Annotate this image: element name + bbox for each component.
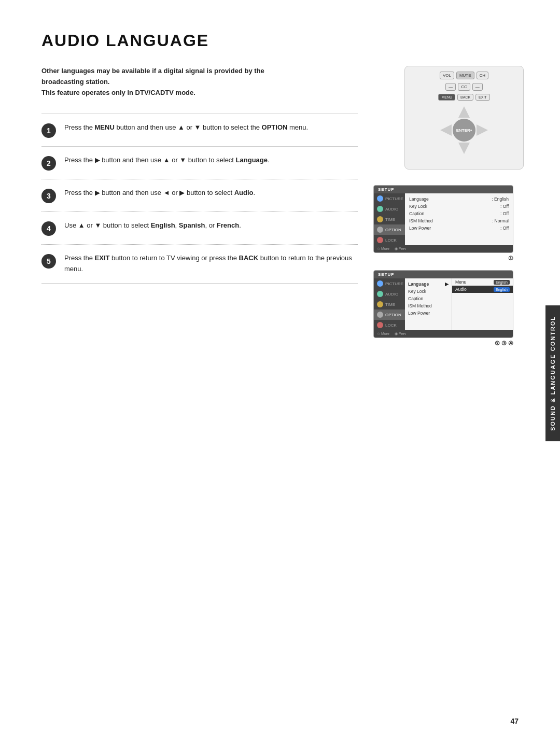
remote-exit-btn[interactable]: EXIT bbox=[475, 94, 490, 101]
screen2-header: SETUP bbox=[374, 271, 513, 278]
submenu-menu-label: Menu bbox=[455, 279, 466, 285]
sidebar-picture-label: PICTURE bbox=[385, 196, 403, 201]
s2-row-language: Language ▶ bbox=[408, 280, 449, 288]
s2-lock-label: LOCK bbox=[385, 323, 397, 328]
sidebar-picture: PICTURE bbox=[374, 193, 405, 204]
step-number-3: 3 bbox=[41, 189, 56, 203]
step-number-1: 1 bbox=[41, 123, 56, 138]
page-container: SOUND & LANGUAGE CONTROL AUDIO LANGUAGE … bbox=[0, 0, 560, 746]
remote-ch-btn: CH bbox=[477, 72, 489, 79]
step-text-4: Use ▲ or ▼ button to select English, Spa… bbox=[64, 220, 358, 231]
nav-down-arrow[interactable] bbox=[458, 143, 470, 154]
sidebar-option-label: OPTION bbox=[385, 228, 401, 232]
remote-menu-btn[interactable]: MENU bbox=[438, 94, 455, 101]
remote-nav: ENTER● bbox=[440, 106, 488, 154]
sidebar-time-label: TIME bbox=[385, 217, 395, 222]
caption-label: Caption bbox=[409, 211, 424, 216]
main-layout: Other languages may be available if a di… bbox=[41, 66, 524, 347]
screen2-body: PICTURE AUDIO TIME bbox=[374, 278, 513, 330]
s2-row-lowpower: Low Power bbox=[408, 309, 449, 317]
nav-left-arrow[interactable] bbox=[440, 124, 452, 136]
lang-label: Language bbox=[409, 196, 429, 202]
keylock-value: : Off bbox=[500, 204, 509, 209]
remote-vol-btn: VOL bbox=[440, 72, 454, 79]
ism-label: ISM Method bbox=[409, 218, 433, 223]
lowpower-label: Low Power bbox=[409, 226, 431, 231]
s2-lowpower-label: Low Power bbox=[408, 311, 430, 316]
s2-sidebar-lock: LOCK bbox=[374, 320, 405, 330]
s2-sidebar-audio: AUDIO bbox=[374, 289, 405, 299]
s2-lang-label: Language bbox=[408, 281, 429, 287]
step-3: 3 Press the ▶ button and then use ◄ or ▶… bbox=[41, 179, 358, 212]
screen1-step-indicator: ① bbox=[373, 255, 513, 262]
screen1-main: Language : English Key Lock : Off Captio… bbox=[405, 193, 513, 245]
step-5: 5 Press the EXIT button to return to TV … bbox=[41, 245, 358, 284]
lowpower-value: : Off bbox=[500, 226, 509, 231]
step-number-2: 2 bbox=[41, 156, 56, 171]
remote-cc-btn: CC bbox=[458, 83, 470, 91]
screen1-row-language: Language : English bbox=[409, 195, 509, 203]
remote-back-btn[interactable]: BACK bbox=[457, 94, 473, 101]
screen2-main: Language ▶ Key Lock Caption bbox=[405, 278, 452, 330]
sidebar-lock: LOCK bbox=[374, 235, 405, 245]
s2-arrow: ▶ bbox=[445, 281, 449, 287]
picture-icon bbox=[377, 195, 383, 202]
step-1: 1 Press the MENU button and then use ▲ o… bbox=[41, 114, 358, 147]
sidebar-time: TIME bbox=[374, 214, 405, 224]
step-number-4: 4 bbox=[41, 221, 56, 236]
s2-caption-label: Caption bbox=[408, 296, 423, 301]
screen1-footer: ☆ More ◉ Prev bbox=[374, 245, 513, 252]
s2-sidebar-picture: PICTURE bbox=[374, 278, 405, 289]
step-text-2: Press the ▶ button and then use ▲ or ▼ b… bbox=[64, 155, 358, 166]
step-number-5: 5 bbox=[41, 254, 56, 269]
screen1-mockup: SETUP PICTURE AUDIO bbox=[373, 185, 513, 253]
step-4: 4 Use ▲ or ▼ button to select English, S… bbox=[41, 212, 358, 245]
screen1-sidebar: PICTURE AUDIO TIME bbox=[374, 193, 405, 245]
screen1-header: SETUP bbox=[374, 186, 513, 193]
sidebar-audio-label: AUDIO bbox=[385, 207, 398, 212]
keylock-label: Key Lock bbox=[409, 204, 427, 209]
right-content: VOL MUTE CH — CC — MENU BACK EXIT bbox=[373, 66, 524, 347]
s2-option-label: OPTION bbox=[385, 313, 401, 317]
nav-right-arrow[interactable] bbox=[477, 124, 488, 136]
s2-picture-icon bbox=[377, 280, 383, 287]
nav-center-row: ENTER● bbox=[440, 119, 488, 142]
screen1-row-lowpower: Low Power : Off bbox=[409, 224, 509, 232]
page-number: 47 bbox=[510, 717, 519, 725]
remote-minus-row: — CC — bbox=[445, 83, 483, 91]
remote-menu-row: MENU BACK EXIT bbox=[438, 94, 489, 101]
submenu-audio-label: Audio bbox=[455, 287, 467, 292]
step-2: 2 Press the ▶ button and then use ▲ or ▼… bbox=[41, 147, 358, 179]
step-text-5: Press the EXIT button to return to TV vi… bbox=[64, 253, 358, 275]
screen2-step-indicator: ② ③ ④ bbox=[373, 340, 513, 347]
s2-row-ism: ISM Method bbox=[408, 302, 449, 309]
footer-prev: ◉ Prev bbox=[395, 247, 406, 251]
intro-line3: This feature operates only in DTV/CADTV … bbox=[41, 89, 195, 96]
remote-illustration: VOL MUTE CH — CC — MENU BACK EXIT bbox=[404, 66, 524, 170]
sidebar-audio: AUDIO bbox=[374, 204, 405, 214]
screen2-sidebar: PICTURE AUDIO TIME bbox=[374, 278, 405, 330]
option-icon bbox=[377, 227, 383, 233]
s2-picture-label: PICTURE bbox=[385, 281, 403, 286]
nav-up-arrow[interactable] bbox=[458, 106, 470, 118]
s2-footer-more: ☆ More bbox=[377, 332, 389, 336]
s2-lock-icon bbox=[377, 322, 383, 328]
remote-ch-minus: — bbox=[472, 83, 483, 91]
remote-mute-btn: MUTE bbox=[456, 72, 474, 79]
side-tab: SOUND & LANGUAGE CONTROL bbox=[545, 305, 560, 441]
sidebar-lock-label: LOCK bbox=[385, 238, 397, 243]
nav-enter-btn[interactable]: ENTER● bbox=[453, 119, 475, 142]
remote-top-row: VOL MUTE CH bbox=[440, 72, 488, 79]
sidebar-option-active: OPTION bbox=[374, 224, 405, 235]
screen2-section: SETUP PICTURE AUDIO bbox=[373, 270, 524, 347]
screen2-footer: ☆ More ◉ Prev bbox=[374, 330, 513, 337]
s2-footer-prev: ◉ Prev bbox=[395, 332, 406, 336]
screen2-submenu: Menu English Audio English bbox=[452, 278, 513, 330]
s2-time-icon bbox=[377, 301, 383, 307]
screen1-row-keylock: Key Lock : Off bbox=[409, 203, 509, 210]
lang-value: : English bbox=[492, 196, 509, 202]
s2-time-label: TIME bbox=[385, 302, 395, 307]
intro-text: Other languages may be available if a di… bbox=[41, 66, 290, 98]
left-content: Other languages may be available if a di… bbox=[41, 66, 358, 284]
screen1-row-ism: ISM Method : Normal bbox=[409, 217, 509, 224]
